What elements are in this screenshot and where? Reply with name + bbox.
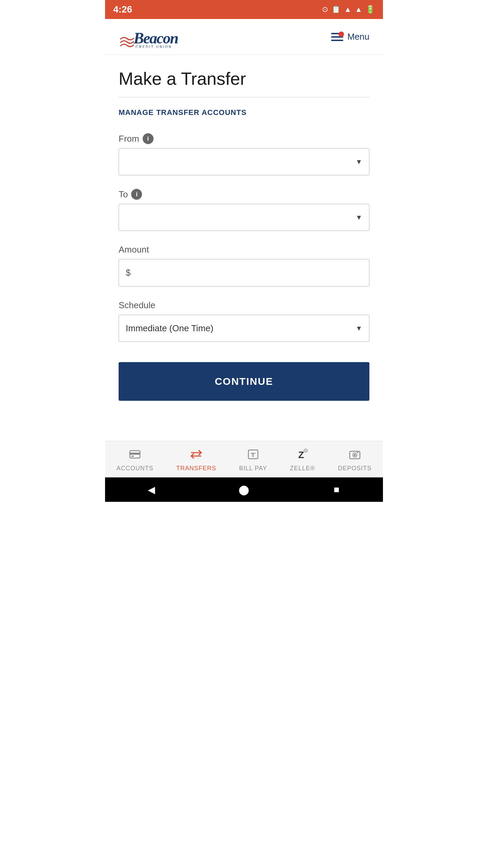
to-info-icon[interactable]: i: [131, 189, 142, 200]
continue-button[interactable]: CONTINUE: [119, 362, 369, 401]
schedule-label: Schedule: [119, 300, 369, 311]
schedule-label-text: Schedule: [119, 300, 155, 311]
to-label-text: To: [119, 189, 128, 200]
battery-icon: 🔋: [366, 5, 375, 14]
from-select-wrapper: ▼: [119, 148, 369, 175]
nav-item-billpay[interactable]: $ BILL PAY: [232, 448, 274, 472]
svg-text:®: ®: [305, 449, 307, 453]
header: Beacon CREDIT UNION Menu: [105, 19, 383, 55]
android-nav-bar: ◀ ⬤ ■: [105, 477, 383, 502]
transfers-icon: [190, 448, 203, 462]
nav-item-deposits[interactable]: DEPOSITS: [331, 448, 378, 472]
clipboard-icon: 📋: [331, 5, 341, 14]
to-field-group: To i ▼: [119, 189, 369, 231]
nav-item-accounts[interactable]: ACCOUNTS: [110, 448, 160, 472]
nav-item-zelle[interactable]: Z ® ZELLE®: [283, 448, 322, 472]
schedule-field-group: Schedule Immediate (One Time) Scheduled …: [119, 300, 369, 342]
amount-input-wrapper: $: [119, 259, 369, 287]
android-back-button[interactable]: ◀: [143, 481, 160, 498]
nav-item-transfers[interactable]: TRANSFERS: [169, 448, 223, 472]
accounts-icon: [128, 448, 141, 462]
beacon-logo-svg: Beacon CREDIT UNION: [119, 26, 193, 48]
to-select[interactable]: [119, 204, 369, 231]
from-label: From i: [119, 133, 369, 144]
status-time: 4:26: [113, 4, 132, 15]
deposits-nav-label: DEPOSITS: [338, 465, 371, 472]
page-title: Make a Transfer: [119, 68, 369, 89]
signal-icon: ▲: [355, 5, 362, 14]
to-select-wrapper: ▼: [119, 204, 369, 231]
manage-transfer-accounts-link[interactable]: MANAGE TRANSFER ACCOUNTS: [119, 108, 369, 117]
billpay-icon: $: [247, 448, 260, 462]
from-select[interactable]: [119, 149, 369, 175]
sim-icon: ⊙: [322, 5, 328, 14]
accounts-nav-label: ACCOUNTS: [117, 465, 154, 472]
svg-text:Z: Z: [298, 450, 304, 460]
transfers-nav-label: TRANSFERS: [176, 465, 216, 472]
amount-input[interactable]: [130, 259, 369, 286]
svg-text:Beacon: Beacon: [133, 29, 178, 47]
status-bar: 4:26 ⊙ 📋 ▲ ▲ 🔋: [105, 0, 383, 19]
svg-text:CREDIT UNION: CREDIT UNION: [136, 45, 172, 48]
svg-rect-16: [357, 452, 359, 453]
android-home-button[interactable]: ⬤: [236, 481, 252, 498]
svg-text:$: $: [252, 453, 254, 458]
title-divider: [119, 97, 369, 97]
logo: Beacon CREDIT UNION: [119, 26, 193, 48]
billpay-nav-label: BILL PAY: [239, 465, 267, 472]
schedule-select-wrapper: Immediate (One Time) Scheduled (One Time…: [119, 315, 369, 342]
amount-field-group: Amount $: [119, 244, 369, 287]
svg-point-15: [354, 454, 356, 456]
from-info-icon[interactable]: i: [143, 133, 154, 144]
main-content: Make a Transfer MANAGE TRANSFER ACCOUNTS…: [105, 55, 383, 441]
deposits-icon: [348, 448, 361, 462]
menu-notification-dot: [339, 32, 344, 37]
amount-label-text: Amount: [119, 244, 149, 255]
menu-label[interactable]: Menu: [347, 32, 369, 42]
zelle-nav-label: ZELLE®: [290, 465, 315, 472]
amount-prefix: $: [119, 259, 130, 286]
menu-button[interactable]: Menu: [331, 32, 369, 42]
from-label-text: From: [119, 134, 139, 144]
menu-line-3: [331, 40, 343, 41]
logo-name-row: Beacon CREDIT UNION: [119, 26, 193, 48]
to-label: To i: [119, 189, 369, 200]
status-icons: ⊙ 📋 ▲ ▲ 🔋: [322, 5, 375, 14]
zelle-icon: Z ®: [296, 448, 309, 462]
android-recent-button[interactable]: ■: [328, 481, 345, 498]
svg-rect-3: [130, 453, 140, 455]
from-field-group: From i ▼: [119, 133, 369, 175]
wifi-icon: ▲: [344, 5, 351, 14]
amount-label: Amount: [119, 244, 369, 255]
schedule-select[interactable]: Immediate (One Time) Scheduled (One Time…: [119, 315, 369, 341]
menu-icon-container: [331, 33, 343, 41]
svg-rect-4: [131, 456, 134, 457]
bottom-nav: ACCOUNTS TRANSFERS $ BILL PAY Z: [105, 441, 383, 477]
